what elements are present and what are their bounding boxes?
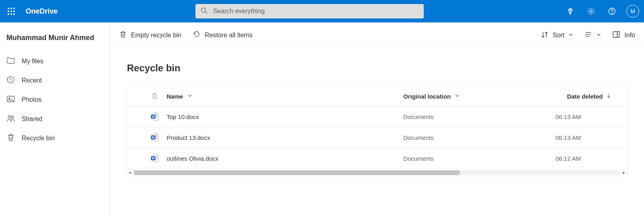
sidebar-item-shared[interactable]: Shared	[0, 109, 110, 129]
file-location-cell: Documents	[403, 155, 555, 162]
chevron-down-icon	[568, 32, 573, 39]
file-date-cell: 06:12 AM	[555, 155, 612, 162]
horizontal-scrollbar[interactable]: ◂ ▸	[127, 169, 628, 176]
table-header: Name Original location Date deleted	[127, 86, 628, 106]
recycle-bin-icon	[6, 133, 15, 143]
document-icon	[152, 93, 157, 100]
restore-all-button[interactable]: Restore all items	[193, 30, 252, 40]
search-input[interactable]	[213, 8, 419, 15]
file-location-cell: Documents	[403, 134, 555, 141]
sidebar: Muhammad Munir Ahmed My files Recent Pho…	[0, 22, 110, 216]
info-pane-icon	[612, 30, 620, 40]
view-options-button[interactable]	[584, 30, 601, 40]
info-pane-button[interactable]: Info	[612, 30, 635, 40]
settings-button[interactable]	[582, 0, 600, 22]
column-label: Original location	[403, 93, 451, 100]
sidebar-item-my-files[interactable]: My files	[0, 52, 110, 71]
app-header: OneDrive M	[0, 0, 644, 22]
search-icon	[200, 7, 207, 16]
column-label: Name	[167, 93, 183, 100]
scroll-track[interactable]	[134, 170, 620, 175]
scroll-thumb[interactable]	[134, 170, 460, 175]
scroll-right-arrow-icon[interactable]: ▸	[620, 170, 628, 175]
file-name-cell: Product 13.docx	[167, 134, 403, 141]
folder-icon	[6, 56, 15, 67]
account-avatar[interactable]: M	[626, 5, 639, 18]
word-file-icon	[150, 133, 159, 143]
sidebar-item-recycle-bin[interactable]: Recycle bin	[0, 129, 110, 148]
sidebar-item-recent[interactable]: Recent	[0, 71, 110, 90]
word-file-icon	[150, 153, 159, 164]
column-label: Date deleted	[567, 93, 603, 100]
column-header-icon	[143, 93, 167, 100]
command-label: Empty recycle bin	[131, 32, 181, 39]
file-date-cell: 06:13 AM	[555, 113, 612, 120]
arrow-down-icon	[606, 93, 612, 100]
file-date-cell: 06:13 AM	[555, 134, 612, 141]
premium-button[interactable]	[561, 0, 579, 22]
scroll-left-arrow-icon[interactable]: ◂	[127, 170, 134, 175]
command-label: Restore all items	[205, 32, 252, 39]
command-bar: Empty recycle bin Restore all items Sort	[110, 22, 644, 48]
file-location-cell: Documents	[403, 113, 555, 120]
chevron-down-icon	[596, 32, 601, 39]
sidebar-item-label: Photos	[22, 96, 42, 103]
sidebar-item-label: Recycle bin	[22, 135, 55, 142]
word-file-icon	[150, 112, 159, 122]
file-name-cell: Top 10.docx	[167, 113, 403, 120]
file-name-cell: outlines Olivia.docx	[167, 155, 403, 162]
file-list-card: Name Original location Date deleted Top …	[126, 86, 628, 176]
sort-button[interactable]: Sort	[541, 30, 573, 40]
search-box[interactable]	[195, 4, 424, 18]
main-content: Empty recycle bin Restore all items Sort	[110, 22, 644, 216]
column-header-name[interactable]: Name	[167, 93, 403, 100]
page-title: Recycle bin	[126, 63, 628, 74]
sort-icon	[541, 30, 549, 40]
column-header-location[interactable]: Original location	[403, 93, 555, 100]
brand-label: OneDrive	[26, 7, 58, 16]
table-row[interactable]: Top 10.docx Documents 06:13 AM	[127, 106, 628, 127]
app-launcher-button[interactable]	[0, 0, 22, 22]
sidebar-item-label: Recent	[22, 77, 42, 84]
photos-icon	[6, 95, 15, 105]
command-label: Sort	[553, 32, 564, 39]
user-name-label: Muhammad Munir Ahmed	[0, 34, 110, 52]
column-header-date-deleted[interactable]: Date deleted	[555, 93, 612, 100]
chevron-down-icon	[455, 93, 460, 100]
table-row[interactable]: Product 13.docx Documents 06:13 AM	[127, 127, 628, 148]
empty-recycle-bin-button[interactable]: Empty recycle bin	[119, 30, 181, 40]
command-label: Info	[624, 32, 635, 39]
sidebar-item-label: My files	[22, 58, 43, 65]
view-list-icon	[584, 30, 592, 40]
trash-icon	[119, 30, 127, 40]
table-row[interactable]: outlines Olivia.docx Documents 06:12 AM	[127, 148, 628, 169]
recent-icon	[6, 75, 15, 86]
restore-icon	[193, 30, 201, 40]
sidebar-item-photos[interactable]: Photos	[0, 90, 110, 109]
sidebar-item-label: Shared	[22, 115, 42, 123]
help-button[interactable]	[603, 0, 621, 22]
shared-icon	[6, 114, 15, 124]
chevron-down-icon	[187, 93, 193, 100]
